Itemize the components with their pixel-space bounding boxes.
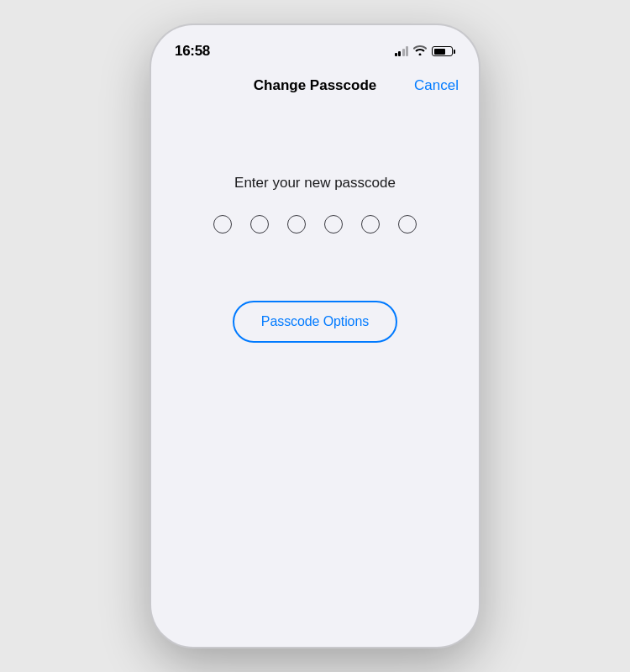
passcode-options-button[interactable]: Passcode Options xyxy=(233,301,397,343)
cancel-button[interactable]: Cancel xyxy=(414,74,459,97)
nav-title: Change Passcode xyxy=(254,77,376,94)
passcode-dot-4 xyxy=(324,215,343,234)
passcode-dot-2 xyxy=(250,215,269,234)
nav-bar: Change Passcode Cancel xyxy=(151,71,479,108)
status-bar: 16:58 xyxy=(151,25,479,71)
main-content: Enter your new passcode Passcode Options xyxy=(151,108,479,647)
phone-frame: 16:58 xyxy=(151,25,479,647)
passcode-dot-1 xyxy=(213,215,232,234)
signal-icon xyxy=(395,46,409,56)
status-time: 16:58 xyxy=(175,43,210,60)
passcode-dots xyxy=(213,215,417,234)
passcode-dot-5 xyxy=(361,215,380,234)
prompt-text: Enter your new passcode xyxy=(234,175,396,192)
passcode-dot-3 xyxy=(287,215,306,234)
passcode-dot-6 xyxy=(398,215,417,234)
battery-icon xyxy=(432,46,455,56)
status-icons xyxy=(395,45,456,58)
wifi-icon xyxy=(413,45,427,58)
